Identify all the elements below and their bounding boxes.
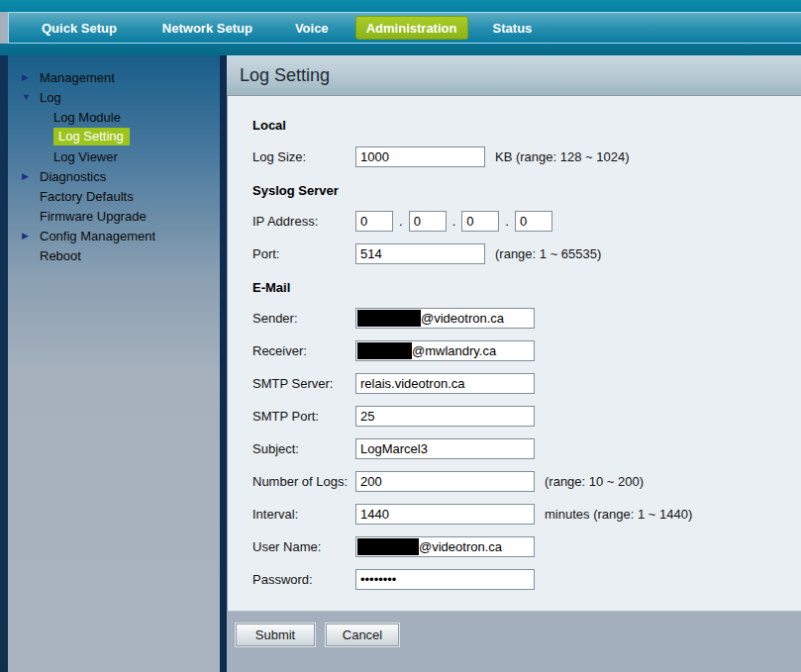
main-content: Log Setting Local Log Size: KB (range: 1…	[227, 55, 801, 672]
ip-dot-separator: .	[452, 214, 456, 229]
ip-octet-4-input[interactable]	[515, 211, 552, 232]
collapsed-triangle-icon: ▶	[22, 166, 40, 186]
password-label: Password:	[252, 572, 355, 587]
expanded-triangle-icon: ▼	[22, 87, 40, 107]
interval-label: Interval:	[252, 507, 355, 522]
smtp-server-row: SMTP Server:	[252, 373, 801, 394]
log-size-label: Log Size:	[252, 149, 355, 164]
redaction-box	[357, 310, 421, 327]
receiver-row: Receiver: @mwlandry.ca	[252, 340, 801, 361]
collapsed-triangle-icon: ▶	[22, 226, 40, 245]
nav-sub-strip	[0, 44, 801, 55]
sidebar-item-reboot[interactable]: Reboot	[0, 245, 220, 265]
router-admin-app: Quick Setup Network Setup Voice Administ…	[0, 0, 801, 672]
interval-input[interactable]	[355, 504, 535, 525]
ip-octet-1-input[interactable]	[355, 211, 393, 232]
sidebar-item-log-module[interactable]: Log Module	[0, 107, 220, 127]
ip-address-label: IP Address:	[252, 214, 355, 229]
submit-button[interactable]: Submit	[236, 624, 315, 646]
redaction-box	[357, 342, 412, 359]
smtp-port-input[interactable]	[355, 406, 535, 427]
sidebar-item-log[interactable]: ▼ Log	[0, 87, 220, 107]
ip-dot-separator: .	[505, 214, 509, 229]
sidebar-item-management[interactable]: ▶ Management	[0, 67, 220, 87]
password-input[interactable]	[355, 569, 535, 590]
receiver-label: Receiver:	[252, 343, 355, 358]
page-header: Log Setting	[227, 55, 801, 96]
top-teal-strip	[0, 0, 801, 12]
ip-dot-separator: .	[399, 214, 403, 229]
interval-row: Interval: minutes (range: 1 ~ 1440)	[252, 504, 801, 525]
redaction-box	[357, 538, 419, 555]
subject-input[interactable]	[355, 438, 535, 459]
sender-input[interactable]: @videotron.ca	[355, 308, 535, 329]
sidebar-item-log-setting-selected[interactable]: Log Setting	[0, 127, 220, 146]
subject-row: Subject:	[252, 438, 801, 459]
port-row: Port: (range: 1 ~ 65535)	[252, 243, 801, 264]
smtp-server-input[interactable]	[355, 373, 535, 394]
tab-quick-setup[interactable]: Quick Setup	[42, 21, 117, 36]
ip-octet-3-input[interactable]	[461, 211, 499, 232]
number-of-logs-helper: (range: 10 ~ 200)	[545, 474, 644, 489]
user-name-row: User Name: @videotron.ca	[252, 536, 801, 557]
user-name-input[interactable]: @videotron.ca	[355, 536, 535, 557]
ip-address-row: IP Address: . . .	[252, 211, 801, 232]
log-size-row: Log Size: KB (range: 128 ~ 1024)	[252, 146, 801, 167]
sender-label: Sender:	[252, 311, 355, 326]
log-size-helper: KB (range: 128 ~ 1024)	[495, 149, 630, 164]
sidebar-edge-stripe	[0, 55, 8, 672]
tab-administration-active[interactable]: Administration	[355, 16, 468, 40]
number-of-logs-label: Number of Logs:	[252, 474, 355, 489]
form-actions: Submit Cancel	[235, 624, 801, 646]
port-input[interactable]	[355, 243, 485, 264]
cancel-button[interactable]: Cancel	[326, 624, 399, 646]
collapsed-triangle-icon: ▶	[22, 67, 40, 87]
section-heading-email: E-Mail	[252, 280, 801, 295]
smtp-server-label: SMTP Server:	[252, 376, 355, 391]
sidebar-nav: ▶ Management ▼ Log Log Module Log Settin…	[0, 55, 220, 672]
page-title: Log Setting	[240, 65, 330, 86]
smtp-port-row: SMTP Port:	[252, 406, 801, 427]
ip-octet-2-input[interactable]	[409, 211, 447, 232]
port-helper: (range: 1 ~ 65535)	[495, 246, 601, 261]
sidebar-item-config-management[interactable]: ▶ Config Management	[0, 226, 220, 245]
number-of-logs-input[interactable]	[355, 471, 535, 492]
receiver-input[interactable]: @mwlandry.ca	[355, 340, 535, 361]
tab-voice[interactable]: Voice	[295, 21, 329, 36]
sidebar-item-log-viewer[interactable]: Log Viewer	[0, 146, 220, 166]
password-row: Password:	[252, 569, 801, 590]
port-label: Port:	[252, 246, 355, 261]
tab-network-setup[interactable]: Network Setup	[162, 21, 252, 36]
number-of-logs-row: Number of Logs: (range: 10 ~ 200)	[252, 471, 801, 492]
sender-row: Sender: @videotron.ca	[252, 308, 801, 329]
user-name-label: User Name:	[252, 539, 355, 554]
log-size-input[interactable]	[355, 146, 485, 167]
log-setting-form-panel: Local Log Size: KB (range: 128 ~ 1024) S…	[227, 96, 801, 612]
sidebar-item-factory-defaults[interactable]: Factory Defaults	[0, 186, 220, 206]
section-heading-local: Local	[252, 118, 801, 133]
interval-helper: minutes (range: 1 ~ 1440)	[545, 507, 692, 522]
tab-status[interactable]: Status	[493, 21, 533, 36]
sidebar-item-diagnostics[interactable]: ▶ Diagnostics	[0, 166, 220, 186]
top-nav-bar: Quick Setup Network Setup Voice Administ…	[8, 12, 801, 44]
smtp-port-label: SMTP Port:	[252, 409, 355, 424]
sidebar-divider	[220, 55, 227, 672]
section-heading-syslog-server: Syslog Server	[252, 183, 801, 198]
subject-label: Subject:	[252, 441, 355, 456]
sidebar-item-firmware-upgrade[interactable]: Firmware Upgrade	[0, 206, 220, 226]
